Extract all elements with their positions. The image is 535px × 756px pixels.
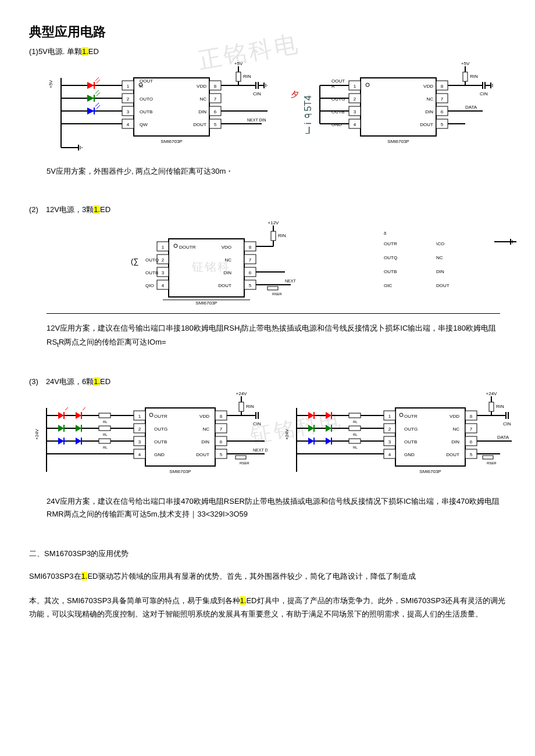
- svg-rect-221: [239, 402, 244, 411]
- svg-text:R: R: [331, 84, 335, 89]
- section3-heading: (3) 24V电源，6颗1.ED: [29, 377, 506, 387]
- svg-marker-200: [76, 412, 81, 419]
- svg-text:8: 8: [470, 414, 473, 419]
- svg-text:CIN: CIN: [480, 91, 488, 96]
- svg-text:6: 6: [441, 109, 444, 114]
- svg-text:RL: RL: [353, 446, 358, 449]
- svg-text:OUTG: OUTG: [331, 96, 345, 102]
- svg-text:QIO: QIO: [145, 283, 154, 288]
- svg-text:8: 8: [220, 414, 223, 419]
- svg-marker-265: [308, 412, 314, 419]
- section3-circuits: 钲铭科电 12 34 87 65 OUTRVDD OUTGNC OUTBDIN …: [35, 390, 506, 489]
- circuit-24v-a: 12 34 87 65 OUTRVDD OUTGNC OUTBDIN GNDDO…: [35, 390, 268, 489]
- svg-text:OUTB: OUTB: [384, 269, 397, 274]
- svg-text:VDD: VDD: [197, 84, 206, 89]
- svg-text:DOUT: DOUT: [218, 283, 231, 288]
- svg-text:OUTB: OUTB: [331, 109, 344, 114]
- svg-text:NC: NC: [426, 96, 433, 102]
- svg-text:+5V: +5V: [461, 61, 470, 66]
- svg-marker-208: [58, 438, 64, 445]
- s2-hl: 1.: [94, 205, 100, 214]
- svg-rect-286: [489, 402, 494, 411]
- svg-marker-269: [308, 425, 314, 432]
- svg-text:RIN: RIN: [243, 74, 251, 79]
- svg-line-35: [95, 77, 99, 81]
- svg-text:OUTG: OUTG: [404, 427, 418, 432]
- svg-rect-228: [236, 456, 246, 459]
- svg-text:DATA: DATA: [465, 105, 477, 110]
- s2-suffix: ED: [100, 205, 110, 214]
- svg-text:DOUT: DOUT: [436, 283, 450, 288]
- svg-text:2: 2: [127, 96, 130, 102]
- svg-text:RIN: RIN: [246, 404, 254, 409]
- svg-text:NEXT DIN: NEXT DIN: [285, 279, 297, 283]
- svg-text:4: 4: [127, 122, 130, 127]
- svg-point-174: [149, 413, 153, 417]
- svg-text:6: 6: [470, 439, 473, 445]
- svg-text:1: 1: [138, 414, 141, 419]
- svg-text:OUTR: OUTR: [154, 414, 167, 419]
- svg-text:GND: GND: [331, 122, 342, 127]
- svg-marker-271: [326, 425, 331, 432]
- svg-text:DIN: DIN: [198, 109, 206, 114]
- svg-text:4: 4: [162, 283, 165, 288]
- svg-text:OUTB: OUTB: [140, 109, 152, 114]
- svg-marker-206: [76, 425, 81, 432]
- svg-text:RL: RL: [103, 433, 108, 436]
- s3-suffix: ED: [100, 377, 110, 386]
- svg-text:CIN: CIN: [503, 421, 511, 427]
- section2-heading: (2) 12V电源，3颗1.ED: [29, 205, 506, 215]
- svg-text:DIN: DIN: [436, 269, 444, 274]
- svg-text:δ: δ: [384, 231, 387, 236]
- svg-rect-146: [271, 231, 276, 241]
- svg-text:VDD: VDD: [423, 84, 433, 89]
- section2-desc: 12V应用方案，建议在信号输出端口串接180欧姆电阻RSHI防止带电热拔插或电源…: [47, 322, 506, 350]
- svg-text:RL: RL: [353, 420, 358, 424]
- svg-marker-210: [76, 438, 81, 445]
- svg-line-203: [83, 407, 85, 410]
- svg-text:RIN: RIN: [278, 233, 286, 238]
- svg-line-202: [65, 407, 68, 410]
- svg-text:4: 4: [354, 122, 356, 127]
- svg-text:SMI6703P: SMI6703P: [387, 139, 409, 144]
- svg-text:OUTR: OUTR: [404, 414, 418, 419]
- svg-text:SMI6703P: SMI6703P: [160, 139, 182, 144]
- s1-prefix: (1)5V电源. 单颗: [29, 47, 82, 56]
- svg-text:3: 3: [162, 270, 165, 275]
- svg-marker-204: [58, 425, 64, 432]
- svg-text:5: 5: [249, 283, 252, 288]
- svg-text:+24V: +24V: [35, 429, 40, 440]
- svg-text:+5V: +5V: [48, 80, 54, 88]
- svg-point-75: [366, 83, 369, 87]
- svg-text:OUTR: OUTR: [384, 241, 397, 246]
- svg-marker-267: [326, 412, 331, 419]
- watermark-small: 钲铭科: [192, 259, 230, 275]
- svg-text:NC: NC: [452, 427, 459, 432]
- svg-text:NC: NC: [202, 427, 209, 432]
- svg-text:7: 7: [220, 427, 223, 432]
- svg-text:+5V: +5V: [234, 61, 243, 66]
- section3-desc: 24V应用方案，建议在信号给出端口串接470欧姆电阻RSER防止带电热拔插或电源…: [47, 495, 506, 521]
- svg-marker-198: [58, 412, 64, 419]
- svg-line-36: [97, 80, 100, 83]
- svg-text:7: 7: [249, 257, 252, 263]
- svg-text:OUTB: OUTB: [404, 439, 417, 445]
- svg-line-43: [95, 103, 99, 106]
- svg-text:4: 4: [388, 452, 391, 457]
- circuit-24v-b: 12 34 87 65 OUTRVDD OUTGNC OUTBDIN GNDDO…: [285, 390, 518, 489]
- svg-rect-53: [236, 72, 241, 81]
- svg-line-40: [97, 92, 100, 96]
- section1-circuits: 正铭科电 12 34 87 65 OOUTR OUTOOUTBQW VDDNC …: [47, 60, 506, 159]
- svg-text:OUTB: OUTB: [145, 270, 158, 275]
- svg-marker-37: [87, 95, 94, 102]
- svg-text:CIN: CIN: [253, 91, 261, 96]
- svg-text:RSER: RSER: [487, 461, 497, 465]
- svg-text:RL: RL: [353, 433, 358, 436]
- svg-text:OOUT: OOUT: [331, 78, 345, 84]
- s2-prefix: (2) 12V电源，3颗: [29, 205, 94, 214]
- svg-rect-279: [349, 426, 361, 431]
- svg-rect-281: [349, 439, 361, 443]
- svg-text:OUTQ: OUTQ: [384, 255, 397, 260]
- svg-text:5: 5: [214, 122, 217, 127]
- svg-text:DIN: DIN: [425, 109, 433, 114]
